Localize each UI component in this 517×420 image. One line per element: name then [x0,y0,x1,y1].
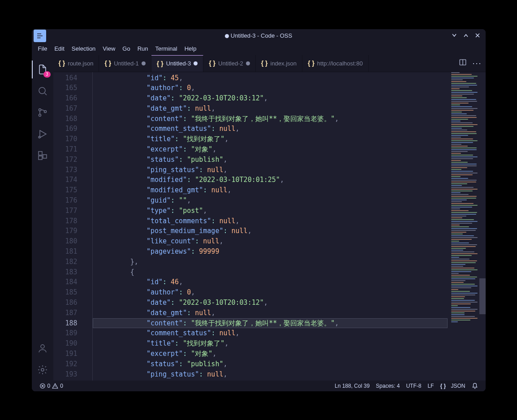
code-line[interactable]: "date": "2022-03-10T20:03:12", [98,298,448,308]
line-number: 177 [53,206,78,216]
code-line[interactable]: "like_count": null, [98,236,448,247]
code-line[interactable]: }, [98,257,448,267]
menu-help[interactable]: Help [181,44,200,53]
menu-selection[interactable]: Selection [68,44,99,53]
json-file-icon: { } [157,60,164,67]
code-line[interactable]: "status": "publish", [98,359,448,369]
code-line[interactable]: "status": "publish", [98,155,448,165]
menu-go[interactable]: Go [119,44,134,53]
tab-index-json[interactable]: { }index.json [256,55,302,72]
code-line[interactable]: "type": "post", [98,206,448,216]
search-icon[interactable] [32,80,53,102]
dirty-indicator-icon [246,61,250,65]
explorer-badge: 3 [43,71,51,78]
close-button[interactable] [475,32,480,39]
tab-label: route.json [68,60,93,67]
code-line[interactable]: "total_comments": null, [98,216,448,226]
code-line[interactable]: "author": 0, [98,83,448,93]
tab-untitled-2[interactable]: { }Untitled-2 [203,55,255,72]
code-line[interactable]: "pageviews": 99999 [98,247,448,257]
line-number: 187 [53,308,78,318]
code-line[interactable]: "title": "找到对象了", [98,134,448,144]
tab-route-json[interactable]: { }route.json [53,55,99,72]
code-line[interactable]: "modified": "2022-03-10T20:01:25", [98,175,448,185]
line-number: 184 [53,277,78,287]
source-control-icon[interactable] [32,102,53,123]
menu-view[interactable]: View [99,44,119,53]
code-line[interactable]: "date_gmt": null, [98,308,448,318]
activity-bar: 3 [32,55,53,381]
line-number: 188 [53,318,78,329]
code-line[interactable]: "comment_status": null, [98,124,448,134]
tab-untitled-1[interactable]: { }Untitled-1 [99,55,151,72]
line-number: 192 [53,359,78,369]
tab-label: http://localhost:80 [317,60,363,67]
code-line[interactable]: { [98,267,448,277]
code-line[interactable]: "id": 46, [98,277,448,287]
menu-edit[interactable]: Edit [51,44,68,53]
status-cursor-position[interactable]: Ln 188, Col 39 [332,383,373,389]
accounts-icon[interactable] [32,338,53,359]
menu-terminal[interactable]: Terminal [152,44,181,53]
code-line[interactable]: "post_medium_image": null, [98,226,448,236]
code-line[interactable]: "modified_gmt": null, [98,185,448,195]
status-encoding[interactable]: UTF-8 [403,383,424,389]
minimap-viewport[interactable] [479,278,486,314]
menubar: FileEditSelectionViewGoRunTerminalHelp [32,43,486,55]
line-number: 191 [53,349,78,359]
status-eol[interactable]: LF [424,383,437,389]
code-line[interactable]: "comment_status": null, [98,328,448,338]
minimize-button[interactable] [452,32,457,39]
code-line[interactable]: "ping_status": null, [98,369,448,380]
explorer-icon[interactable]: 3 [32,59,53,80]
code-line[interactable]: "excerpt": "对象", [98,144,448,155]
line-number: 165 [53,83,78,93]
tab-untitled-3[interactable]: { }Untitled-3 [151,55,203,72]
more-actions-icon[interactable]: ··· [472,59,482,68]
json-file-icon: { } [209,60,215,67]
svg-point-0 [39,87,45,94]
line-number: 179 [53,226,78,236]
line-number: 189 [53,328,78,338]
code-line[interactable]: "id": 45, [98,73,448,83]
line-number: 181 [53,247,78,257]
code-content[interactable]: "id": 45, "author": 0, "date": "2022-03-… [93,72,448,381]
code-line[interactable]: "guid": "", [98,195,448,206]
line-number: 170 [53,134,78,144]
code-line[interactable]: "date": "2022-03-10T20:03:12", [98,93,448,104]
maximize-button[interactable] [463,32,469,39]
code-line[interactable]: "ping_status": null, [98,165,448,175]
menu-file[interactable]: File [34,44,51,53]
tab-bar: { }route.json{ }Untitled-1{ }Untitled-3{… [53,55,486,72]
dirty-indicator-icon [142,61,146,65]
run-debug-icon[interactable] [32,123,53,145]
minimap[interactable] [448,72,486,381]
settings-icon[interactable] [32,359,53,381]
editor[interactable]: 1641651661671681691701711721731741751761… [53,72,486,381]
code-line[interactable]: "content": "我终于找到对象了，她叫**，娶回家当老婆。", [98,114,448,124]
split-editor-icon[interactable] [459,58,467,68]
menu-run[interactable]: Run [134,44,152,53]
status-notifications-icon[interactable] [469,383,481,389]
svg-rect-5 [39,152,42,155]
line-number: 182 [53,257,78,267]
titlebar: Untitled-3 - Code - OSS [32,29,486,43]
status-indentation[interactable]: Spaces: 4 [373,383,403,389]
line-number-gutter: 1641651661671681691701711721731741751761… [53,72,86,381]
extensions-icon[interactable] [32,145,53,166]
code-line[interactable]: "date_gmt": null, [98,104,448,114]
line-number: 193 [53,369,78,380]
code-line[interactable]: "excerpt": "对象", [98,349,448,359]
tab-label: Untitled-2 [218,60,243,67]
json-file-icon: { } [308,60,315,67]
status-problems[interactable]: 0 0 [36,383,66,389]
window-title: Untitled-3 - Code - OSS [32,32,486,39]
code-line[interactable]: "author": 0, [98,287,448,298]
code-line[interactable]: "title": "找到对象了", [98,338,448,349]
status-language[interactable]: { } JSON [437,383,468,389]
svg-point-4 [39,136,40,138]
code-line[interactable]: "content": "我终于找到对象了，她叫**，娶回家当老婆。", [93,318,448,329]
tab-label: Untitled-1 [114,60,139,67]
tab-http---localhost-80[interactable]: { }http://localhost:80 [302,55,369,72]
tab-label: Untitled-3 [166,60,191,67]
